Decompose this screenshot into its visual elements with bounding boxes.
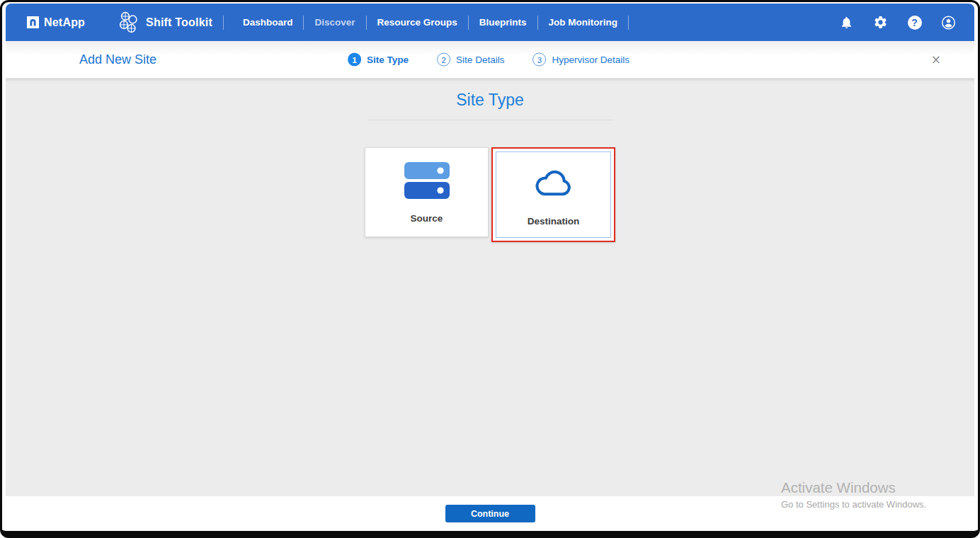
nav-item-resource-groups[interactable]: Resource Groups — [377, 17, 457, 28]
step-label: Site Details — [456, 55, 504, 65]
nav-item-job-monitoring[interactable]: Job Monitoring — [549, 17, 617, 28]
shift-toolkit-brand[interactable]: Shift Toolkit — [118, 10, 212, 35]
product-name: Shift Toolkit — [146, 16, 212, 29]
step-site-type[interactable]: 1 Site Type — [348, 53, 409, 67]
step-number: 1 — [348, 53, 361, 67]
help-glyph: ? — [908, 16, 922, 30]
close-icon[interactable]: × — [931, 54, 941, 66]
footer-bar: Continue — [6, 496, 974, 531]
account-icon[interactable] — [941, 15, 956, 30]
netapp-brand[interactable]: NetApp — [27, 16, 85, 29]
wizard-steps: 1 Site Type 2 Site Details 3 Hypervisor … — [348, 53, 629, 67]
step-hypervisor-details[interactable]: 3 Hypervisor Details — [532, 53, 629, 67]
nav-item-discover[interactable]: Discover — [314, 17, 355, 28]
source-card-label: Source — [411, 213, 443, 224]
destination-card[interactable]: Destination — [491, 147, 615, 242]
cloud-icon — [532, 164, 576, 205]
brand-name: NetApp — [44, 16, 85, 29]
nav-separator — [628, 16, 629, 30]
step-number: 2 — [437, 53, 450, 67]
server-icon — [404, 161, 450, 202]
navbar-actions: ? — [839, 15, 956, 30]
step-site-details[interactable]: 2 Site Details — [437, 53, 504, 67]
app-window: NetApp Shift Toolkit Dashboard Discover — [0, 0, 980, 538]
wizard-header: Add New Site 1 Site Type 2 Site Details … — [6, 41, 974, 79]
netapp-logo-icon — [27, 16, 39, 28]
step-number: 3 — [532, 53, 546, 67]
bell-icon[interactable] — [839, 15, 854, 30]
site-type-cards: Source Destination — [365, 147, 615, 242]
nav-item-blueprints[interactable]: Blueprints — [479, 17, 527, 28]
destination-card-label: Destination — [528, 216, 580, 227]
shift-toolkit-logo-icon — [118, 10, 140, 35]
step-label: Site Type — [367, 55, 409, 65]
nav-separator — [366, 16, 367, 30]
top-navbar: NetApp Shift Toolkit Dashboard Discover — [6, 4, 974, 41]
gear-icon[interactable] — [873, 15, 888, 30]
nav-items: Dashboard Discover Resource Groups Bluep… — [243, 16, 639, 30]
source-card[interactable]: Source — [365, 147, 489, 237]
nav-separator — [537, 16, 538, 30]
continue-button[interactable]: Continue — [445, 505, 535, 522]
nav-separator — [223, 16, 224, 30]
nav-item-dashboard[interactable]: Dashboard — [243, 17, 293, 28]
section-heading: Site Type — [456, 91, 523, 110]
destination-card-inner: Destination — [496, 151, 611, 238]
main-content: Site Type Source — [6, 79, 974, 496]
nav-separator — [303, 16, 304, 30]
heading-divider — [368, 120, 612, 120]
nav-separator — [468, 16, 469, 30]
help-icon[interactable]: ? — [907, 15, 922, 30]
page-title: Add New Site — [79, 52, 156, 67]
step-label: Hypervisor Details — [552, 55, 629, 65]
